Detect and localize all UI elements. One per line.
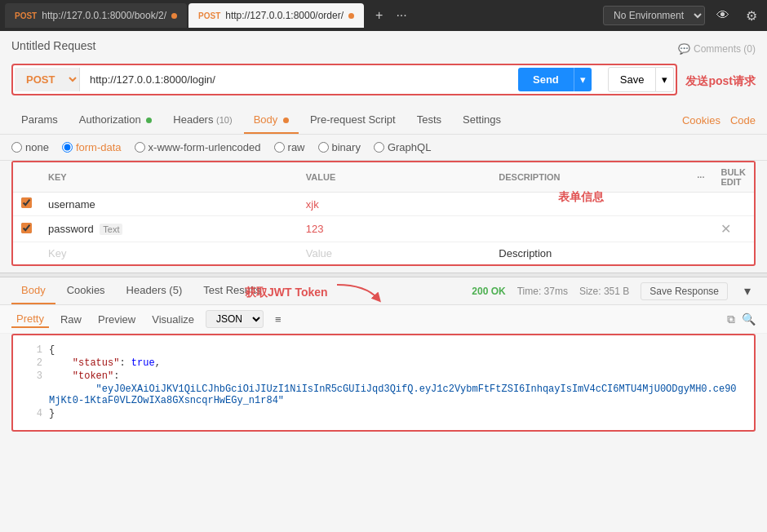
table-row: password Text 123 ✕: [13, 216, 754, 242]
text-badge: Text: [100, 224, 122, 235]
option-graphql[interactable]: GraphQL: [374, 141, 431, 153]
tab-headers[interactable]: Headers (10): [163, 107, 242, 134]
option-urlencoded[interactable]: x-www-form-urlencoded: [135, 141, 261, 153]
params-table-wrapper: KEY VALUE DESCRIPTION ··· Bulk Edit user…: [11, 161, 756, 266]
json-line-5: 4 }: [13, 407, 754, 420]
nav-right: Cookies Code: [682, 114, 756, 126]
tab-tests[interactable]: Tests: [407, 107, 451, 134]
tab-method-book: POST: [15, 11, 37, 20]
url-row: POST Send ▾ Save ▾ 发送post请求: [11, 64, 756, 99]
send-btn-group: Send ▾: [518, 68, 592, 91]
view-preview-button[interactable]: Preview: [93, 312, 140, 327]
json-line-2: 2 "status": true,: [13, 357, 754, 370]
json-line-3: 3 "token":: [13, 370, 754, 383]
row1-value: xjk: [298, 193, 491, 216]
row2-checkbox[interactable]: [21, 223, 32, 233]
comments-label: Comments (0): [694, 43, 756, 55]
tab-dot-book: [171, 13, 177, 19]
response-tab-body[interactable]: Body: [11, 277, 55, 304]
value-placeholder: Value: [306, 247, 332, 259]
comments-icon: 💬: [678, 43, 690, 55]
row2-desc: [490, 216, 689, 242]
request-title: Untitled Request: [11, 39, 96, 52]
eye-icon-button[interactable]: 👁: [712, 7, 734, 24]
tab-prerequest[interactable]: Pre-request Script: [300, 107, 406, 134]
tool-icons: ⧉ 🔍: [727, 313, 756, 326]
row1-more: [689, 193, 712, 216]
view-visualize-button[interactable]: Visualize: [147, 312, 199, 327]
row1-delete: [712, 193, 754, 216]
body-dot: [283, 117, 289, 123]
settings-icon-button[interactable]: ⚙: [741, 7, 762, 25]
tab-settings[interactable]: Settings: [453, 107, 511, 134]
env-dropdown[interactable]: No Environment: [603, 6, 705, 25]
search-icon-button[interactable]: 🔍: [742, 313, 756, 326]
col-header-description: DESCRIPTION: [490, 162, 689, 193]
tab-order[interactable]: POST http://127.0.0.1:8000/order/: [188, 3, 364, 28]
copy-icon-button[interactable]: ⧉: [727, 313, 735, 326]
size-info: Size: 351 B: [579, 286, 629, 297]
tab-method-order: POST: [198, 11, 220, 20]
add-tab-button[interactable]: +: [370, 7, 388, 24]
save-response-button[interactable]: Save Response: [641, 282, 728, 300]
code-link[interactable]: Code: [730, 114, 756, 126]
tab-authorization[interactable]: Authorization: [69, 107, 162, 134]
more-tabs-button[interactable]: ···: [391, 7, 411, 24]
save-button[interactable]: Save: [608, 67, 657, 92]
response-body-tools: Pretty Raw Preview Visualize JSON ≡ ⧉ 🔍: [0, 305, 767, 334]
table-row: username xjk: [13, 193, 754, 216]
tab-actions: + ···: [370, 7, 412, 24]
json-body: 1 { 2 "status": true, 3 "token": "eyJ0eX…: [11, 334, 756, 432]
row1-key: username: [40, 193, 298, 216]
tab-url-book: http://127.0.0.1:8000/book/2/: [42, 10, 166, 21]
json-line-1: 1 {: [13, 344, 754, 357]
form-annotation: 表单信息: [558, 190, 604, 205]
response-tab-headers[interactable]: Headers (5): [117, 277, 193, 304]
response-tab-test-results[interactable]: Test Results: [193, 277, 271, 304]
body-section: KEY VALUE DESCRIPTION ··· Bulk Edit user…: [0, 161, 767, 273]
row2-delete-button[interactable]: ✕: [720, 221, 731, 237]
view-raw-button[interactable]: Raw: [55, 312, 86, 327]
col-header-checkbox: [13, 162, 40, 193]
url-input[interactable]: [86, 69, 512, 91]
col-header-bulk[interactable]: Bulk Edit: [712, 162, 754, 193]
response-tab-cookies[interactable]: Cookies: [57, 277, 115, 304]
params-table: KEY VALUE DESCRIPTION ··· Bulk Edit user…: [13, 162, 754, 264]
row2-more: [689, 216, 712, 242]
col-header-more: ···: [689, 162, 712, 193]
option-raw[interactable]: raw: [274, 141, 305, 153]
tab-body[interactable]: Body: [244, 107, 299, 134]
tab-url-order: http://127.0.0.1:8000/order/: [225, 10, 344, 21]
request-container: Untitled Request 💬 Comments (0) POST Sen…: [0, 31, 767, 107]
desc-placeholder: Description: [490, 242, 689, 265]
response-tabs: Body Cookies Headers (5) Test Results 20…: [0, 277, 767, 305]
row1-checkbox[interactable]: [21, 197, 32, 208]
tab-params[interactable]: Params: [11, 107, 68, 134]
option-none[interactable]: none: [11, 141, 49, 153]
send-annotation: 发送post请求: [685, 74, 756, 89]
table-row-placeholder: Key Value Description: [13, 242, 754, 265]
send-button[interactable]: Send: [518, 68, 574, 91]
option-binary[interactable]: binary: [318, 141, 361, 153]
save-response-dropdown[interactable]: ▾: [739, 282, 756, 300]
option-form-data[interactable]: form-data: [62, 141, 122, 153]
send-dropdown-button[interactable]: ▾: [574, 68, 592, 91]
cookies-link[interactable]: Cookies: [682, 114, 720, 126]
method-select[interactable]: POST: [15, 68, 80, 91]
tabs-bar: POST http://127.0.0.1:8000/book/2/ POST …: [0, 0, 767, 31]
response-area: Body Cookies Headers (5) Test Results 20…: [0, 277, 767, 432]
format-icon[interactable]: ≡: [270, 312, 286, 327]
tab-dot-order: [348, 13, 354, 19]
save-btn-group: Save ▾: [603, 67, 675, 92]
url-bar: POST Send ▾ Save ▾: [11, 64, 677, 95]
view-pretty-button[interactable]: Pretty: [11, 311, 49, 328]
row2-key: password Text: [40, 216, 298, 242]
time-info: Time: 37ms: [517, 286, 568, 297]
headers-badge: (10): [216, 115, 233, 125]
format-select[interactable]: JSON: [206, 310, 264, 328]
save-dropdown-button[interactable]: ▾: [656, 67, 674, 92]
tab-book[interactable]: POST http://127.0.0.1:8000/book/2/: [5, 3, 187, 28]
env-selector: No Environment 👁 ⚙: [603, 6, 762, 25]
json-line-4: "eyJ0eXAiOiJKV1QiLCJhbGciOiJIUzI1NiIsInR…: [13, 383, 754, 407]
auth-dot: [146, 117, 152, 123]
